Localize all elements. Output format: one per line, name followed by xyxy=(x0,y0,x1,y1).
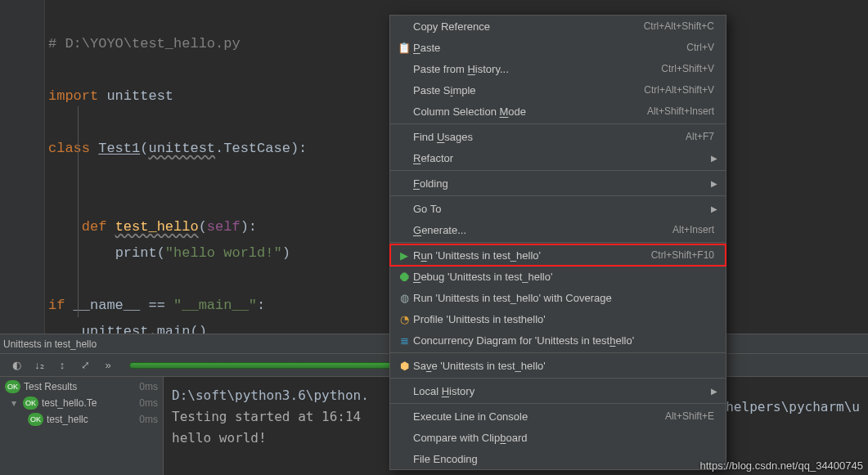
python-icon: ⬢ xyxy=(395,360,413,372)
tree-node-1[interactable]: ▾ OK test_hello.Te 0ms xyxy=(0,395,163,411)
ctx-profile[interactable]: ◔Profile 'Unittests in testhello' xyxy=(390,308,726,329)
bug-icon: ⯃ xyxy=(395,271,413,283)
ctx-refactor[interactable]: Refactor▶ xyxy=(390,147,726,168)
expand-icon[interactable]: ⤢ xyxy=(75,356,95,375)
ctx-separator xyxy=(390,170,726,171)
chevron-right-icon: ▶ xyxy=(711,387,717,396)
ctx-separator xyxy=(390,403,726,404)
tree-node-2-label: test_hellc xyxy=(47,414,88,425)
gutter xyxy=(0,0,45,334)
ctx-compare-clipboard[interactable]: Compare with Clipboard xyxy=(390,427,726,448)
kw-import: import xyxy=(48,88,98,104)
ok-badge-icon: OK xyxy=(28,413,43,426)
ok-badge-icon: OK xyxy=(23,397,38,410)
chevron-right-icon: ▶ xyxy=(711,204,717,213)
tree-icon[interactable]: ↕ xyxy=(52,356,72,375)
code-area[interactable]: # D:\YOYO\test_hello.py import unittest … xyxy=(45,0,307,334)
paste-icon: 📋 xyxy=(395,42,413,54)
ctx-local-history[interactable]: Local History▶ xyxy=(390,380,726,401)
tree-root-time: 0ms xyxy=(139,381,163,392)
context-menu: Copy ReferenceCtrl+Alt+Shift+C 📋PasteCtr… xyxy=(389,15,726,470)
tree-node-2[interactable]: OK test_hellc 0ms xyxy=(0,411,163,428)
ctx-concurrency[interactable]: ≣Concurrency Diagram for 'Unittests in t… xyxy=(390,329,726,351)
ctx-generate[interactable]: Generate...Alt+Insert xyxy=(390,219,726,240)
ctx-separator xyxy=(390,378,726,379)
tree-root-label: Test Results xyxy=(24,381,77,392)
ctx-save-config[interactable]: ⬢Save 'Unittests in test_hello' xyxy=(390,355,726,376)
console-line-1: D:\soft\python3.6\python. xyxy=(172,388,369,403)
indent-guide xyxy=(78,106,79,317)
watermark: https://blog.csdn.net/qq_34400745 xyxy=(700,459,864,472)
ctx-coverage[interactable]: ◍Run 'Unittests in test_hello' with Cove… xyxy=(390,287,726,308)
ctx-separator xyxy=(390,242,726,243)
sort-icon[interactable]: ↓₂ xyxy=(29,356,49,375)
console-line-3: hello world! xyxy=(172,430,267,446)
chevron-right-icon: ▶ xyxy=(711,179,717,188)
kw-def: def xyxy=(82,219,115,235)
mod-unittest: unittest xyxy=(98,88,173,104)
fn-print: print xyxy=(115,245,157,261)
ctx-find-usages[interactable]: Find UsagesAlt+F7 xyxy=(390,126,726,147)
ctx-paste[interactable]: 📋PasteCtrl+V xyxy=(390,37,726,58)
console-right: helpers\pycharm\u xyxy=(726,399,860,417)
tree-node-1-label: test_hello.Te xyxy=(42,397,97,409)
toggle-tests-icon[interactable]: ◐ xyxy=(7,356,26,375)
ok-badge-icon: OK xyxy=(5,380,20,393)
fn-name: test_hello xyxy=(115,219,199,235)
ctx-paste-simple[interactable]: Paste SimpleCtrl+Alt+Shift+V xyxy=(390,79,726,101)
caret-icon[interactable]: ▾ xyxy=(11,397,20,409)
tree-root[interactable]: OK Test Results 0ms xyxy=(0,379,163,395)
profile-icon: ◔ xyxy=(395,313,413,325)
ctx-file-encoding[interactable]: File Encoding xyxy=(390,448,726,469)
console-line-2: Testing started at 16:14 xyxy=(172,409,361,424)
chevron-right-icon: ▶ xyxy=(711,154,717,163)
concurrency-icon: ≣ xyxy=(395,334,413,347)
ctx-goto[interactable]: Go To▶ xyxy=(390,198,726,219)
ctx-run[interactable]: ▶Run 'Unittests in test_hello'Ctrl+Shift… xyxy=(390,244,726,266)
ctx-separator xyxy=(390,195,726,196)
ctx-separator xyxy=(390,352,726,353)
ctx-execute-line[interactable]: Execute Line in ConsoleAlt+Shift+E xyxy=(390,406,726,427)
ctx-debug[interactable]: ⯃Debug 'Unittests in test_hello' xyxy=(390,266,726,287)
kw-class: class xyxy=(48,141,98,156)
ctx-separator xyxy=(390,123,726,124)
ctx-paste-history[interactable]: Paste from History...Ctrl+Shift+V xyxy=(390,58,726,79)
class-name: Test1 xyxy=(98,141,140,156)
ctx-column-selection[interactable]: Column Selection ModeAlt+Shift+Insert xyxy=(390,101,726,122)
ctx-copy-reference[interactable]: Copy ReferenceCtrl+Alt+Shift+C xyxy=(390,16,726,37)
ctx-folding[interactable]: Folding▶ xyxy=(390,173,726,194)
coverage-icon: ◍ xyxy=(395,292,413,304)
code-comment: # D:\YOYO\test_hello.py xyxy=(48,36,241,52)
play-icon: ▶ xyxy=(395,249,413,262)
test-tree[interactable]: OK Test Results 0ms ▾ OK test_hello.Te 0… xyxy=(0,377,164,475)
more-icon[interactable]: » xyxy=(98,356,118,375)
